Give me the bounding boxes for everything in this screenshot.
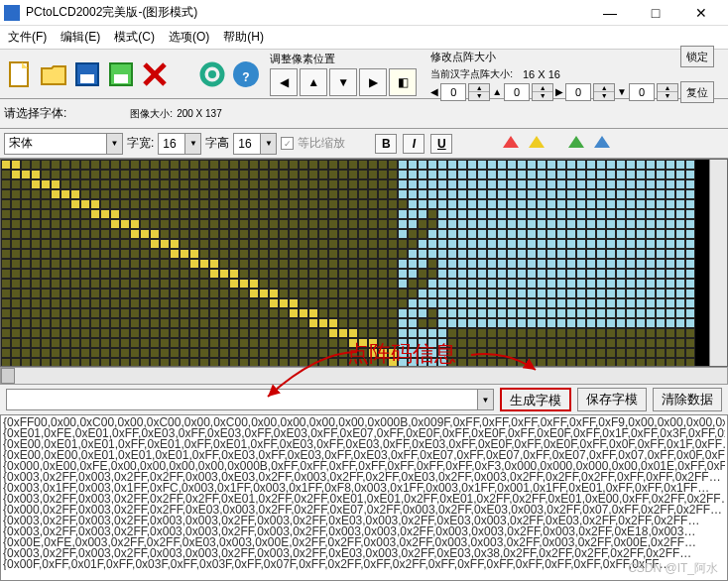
minimize-button[interactable]: — — [587, 0, 633, 26]
menu-mode[interactable]: 模式(C) — [114, 29, 155, 46]
move-down-button[interactable]: ▼ — [329, 68, 357, 96]
watermark: CSDN @IT_阿水 — [628, 560, 718, 577]
toolbar-font2: 宋体▼ 字宽: 16▼ 字高 16▼ ✓等比缩放 B I U — [0, 129, 728, 159]
underline-button[interactable]: U — [430, 134, 452, 154]
text-input-combo[interactable]: ▼ — [6, 389, 494, 410]
move-up-button[interactable]: ▲ — [300, 68, 327, 96]
move-right-button[interactable]: ▶ — [359, 68, 387, 96]
color-tool-3[interactable] — [565, 133, 587, 155]
save-disk-icon[interactable] — [105, 57, 137, 92]
menu-options[interactable]: 选项(O) — [169, 29, 209, 46]
rotate-button[interactable]: ◧ — [389, 68, 417, 96]
svg-text:?: ? — [243, 70, 250, 84]
svg-rect-6 — [114, 74, 128, 83]
svg-marker-14 — [529, 136, 545, 148]
delete-icon[interactable] — [139, 57, 171, 92]
lock-button[interactable]: 锁定 — [680, 46, 714, 67]
svg-point-10 — [208, 70, 216, 78]
pixel-canvas[interactable] — [0, 159, 728, 367]
close-button[interactable]: ✕ — [678, 0, 724, 26]
matrix-size-label: 16 X 16 — [523, 68, 560, 80]
vscrollbar[interactable] — [709, 160, 727, 366]
titlebar: PCtoLCD2002完美版-(图形模式) — □ ✕ — [0, 0, 728, 26]
clear-data-button[interactable]: 清除数据 — [653, 388, 722, 411]
new-doc-icon[interactable] — [4, 57, 36, 92]
color-tool-1[interactable] — [500, 133, 522, 155]
color-tool-2[interactable] — [526, 133, 547, 155]
app-icon — [4, 5, 20, 21]
proportional-check[interactable]: ✓等比缩放 — [281, 135, 345, 152]
maximize-button[interactable]: □ — [633, 0, 678, 26]
char-width-combo[interactable]: 16▼ — [158, 133, 201, 155]
toolbar-main: ? 调整像素位置 ◀ ▲ ▼ ▶ ◧ 修改点阵大小 锁定 当前汉字点阵大小: 1… — [0, 50, 728, 99]
bold-button[interactable]: B — [375, 134, 397, 154]
generate-button[interactable]: 生成字模 — [500, 388, 571, 411]
move-left-button[interactable]: ◀ — [270, 68, 298, 96]
hscrollbar[interactable] — [0, 367, 728, 385]
italic-button[interactable]: I — [403, 134, 425, 154]
num-right[interactable]: 0 — [565, 83, 591, 101]
settings-gear-icon[interactable] — [196, 57, 228, 92]
svg-marker-15 — [568, 136, 584, 148]
help-icon[interactable]: ? — [230, 57, 262, 92]
action-row: ▼ 生成字模 保存字模 清除数据 — [0, 385, 728, 414]
matrix-size-panel: 修改点阵大小 锁定 当前汉字点阵大小: 16 X 16 ◀0▲▼ ▲0▲▼ ▶0… — [425, 44, 724, 105]
menu-help[interactable]: 帮助(H) — [223, 29, 264, 46]
reset-button[interactable]: 复位 — [680, 81, 714, 103]
svg-rect-4 — [80, 74, 94, 83]
svg-marker-16 — [594, 136, 610, 148]
svg-marker-13 — [503, 136, 519, 148]
char-height-combo[interactable]: 16▼ — [233, 133, 277, 155]
font-combo[interactable]: 宋体▼ — [4, 133, 123, 155]
open-icon[interactable] — [38, 57, 69, 92]
pixel-pos-panel: 调整像素位置 ◀ ▲ ▼ ▶ ◧ — [264, 50, 423, 98]
num-left[interactable]: 0 — [440, 83, 466, 101]
menu-file[interactable]: 文件(F) — [8, 29, 47, 46]
save-icon[interactable] — [71, 57, 103, 92]
num-down[interactable]: 0 — [629, 83, 655, 101]
num-up[interactable]: 0 — [504, 83, 530, 101]
window-title: PCtoLCD2002完美版-(图形模式) — [26, 4, 587, 21]
save-font-button[interactable]: 保存字模 — [577, 388, 647, 411]
hex-output[interactable]: {0xFF00,0x00,0xC00,0x00,0xC00,0x00,0xC00… — [0, 414, 728, 581]
menu-edit[interactable]: 编辑(E) — [61, 29, 100, 46]
color-tool-4[interactable] — [591, 133, 613, 155]
svg-marker-2 — [42, 66, 65, 84]
